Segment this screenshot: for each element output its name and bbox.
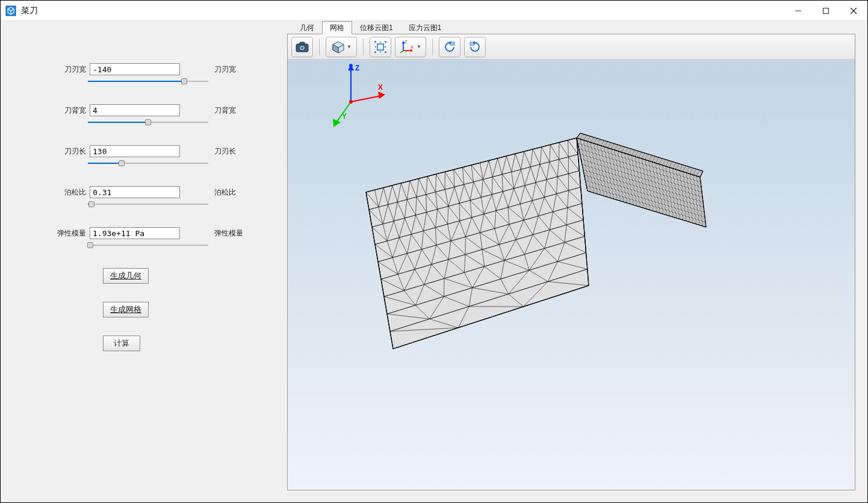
tabs: 几何网格位移云图1应力云图1	[292, 21, 855, 34]
svg-text:Z: Z	[405, 40, 408, 44]
close-button[interactable]	[840, 1, 867, 21]
param-input-0[interactable]	[90, 63, 180, 75]
toolbar-separator	[432, 39, 433, 55]
svg-line-964	[351, 96, 381, 102]
param-row: 刀刃宽刀刃宽	[55, 63, 263, 75]
toolbar-separator	[319, 39, 320, 55]
param-label-right: 刀刃宽	[214, 64, 236, 75]
param-slider[interactable]	[88, 201, 208, 209]
tab-0[interactable]: 几何	[292, 21, 322, 34]
param-label: 泊松比	[55, 187, 86, 198]
svg-marker-22	[366, 138, 589, 349]
param-label: 刀刃长	[55, 146, 86, 157]
button-stack: 生成几何 生成网格 计算	[103, 268, 263, 351]
svg-point-8	[301, 46, 303, 49]
axis-triad-button[interactable]: Z X Y ▼	[395, 37, 426, 57]
app-icon	[5, 5, 16, 16]
maximize-button[interactable]	[812, 1, 840, 21]
svg-marker-965	[378, 92, 385, 99]
tab-3[interactable]: 应力云图1	[401, 21, 450, 34]
window-controls	[784, 1, 867, 21]
param-slider[interactable]	[88, 160, 208, 168]
svg-text:Y: Y	[342, 112, 347, 120]
svg-marker-14	[411, 49, 413, 52]
param-label-right: 刀背宽	[214, 105, 236, 116]
svg-text:X: X	[411, 45, 414, 49]
dropdown-arrow-icon: ▼	[347, 44, 352, 49]
viewer-frame: ▼ Z	[287, 34, 855, 490]
sidebar: 刀刃宽刀刃宽刀背宽刀背宽刀刃长刀刃长泊松比泊松比弹性模量弹性模量 生成几何 生成…	[1, 21, 287, 502]
param-label-right: 刀刃长	[214, 146, 236, 157]
svg-text:Y: Y	[405, 49, 408, 54]
svg-point-970	[349, 100, 353, 104]
viewer-toolbar: ▼ Z	[288, 34, 855, 60]
axis-triad: Z X Y	[318, 60, 390, 132]
content-area: 刀刃宽刀刃宽刀背宽刀背宽刀刃长刀刃长泊松比泊松比弹性模量弹性模量 生成几何 生成…	[1, 21, 867, 502]
param-row: 泊松比泊松比	[55, 186, 263, 198]
svg-rect-19	[451, 42, 454, 45]
param-row: 刀刃长刀刃长	[55, 145, 263, 157]
view-cube-button[interactable]: ▼	[326, 37, 357, 57]
param-input-2[interactable]	[90, 145, 180, 157]
svg-rect-9	[377, 44, 383, 50]
generate-geometry-button[interactable]: 生成几何	[103, 268, 149, 284]
compute-button[interactable]: 计算	[103, 336, 140, 351]
dropdown-arrow-icon: ▼	[417, 44, 421, 49]
param-slider[interactable]	[88, 119, 208, 127]
param-slider[interactable]	[88, 78, 208, 86]
param-label: 刀刃宽	[55, 64, 86, 75]
svg-marker-968	[333, 119, 341, 127]
param-input-1[interactable]	[90, 104, 180, 116]
rotate-cw-button[interactable]	[464, 37, 486, 57]
param-input-4[interactable]	[90, 227, 180, 239]
tab-2[interactable]: 位移云图1	[352, 21, 401, 34]
svg-line-16	[400, 51, 403, 53]
screenshot-button[interactable]	[291, 37, 313, 57]
param-row: 刀背宽刀背宽	[55, 104, 263, 116]
svg-rect-21	[470, 42, 474, 45]
param-label: 刀背宽	[55, 105, 86, 116]
app-window: 菜刀 刀刃宽刀刃宽刀背宽刀背宽刀刃长刀刃长泊松比泊松比弹性模量弹性模量 生成几何…	[0, 0, 868, 503]
svg-rect-2	[823, 8, 829, 13]
param-label-right: 泊松比	[214, 187, 236, 198]
param-label-right: 弹性模量	[214, 228, 243, 239]
toolbar-separator	[363, 39, 364, 55]
generate-mesh-button[interactable]: 生成网格	[103, 302, 149, 317]
mesh-viewport[interactable]: Z X Y	[288, 60, 855, 490]
svg-point-962	[349, 64, 353, 67]
svg-text:Z: Z	[355, 64, 359, 72]
param-label: 弹性模量	[55, 228, 86, 239]
minimize-button[interactable]	[784, 1, 812, 21]
window-title: 菜刀	[21, 5, 38, 16]
rotate-ccw-button[interactable]	[439, 37, 460, 57]
param-row: 弹性模量弹性模量	[55, 227, 263, 239]
tab-1[interactable]: 网格	[322, 21, 352, 34]
svg-text:X: X	[378, 83, 383, 92]
fit-view-button[interactable]	[370, 37, 391, 57]
svg-rect-6	[300, 42, 305, 45]
titlebar: 菜刀	[1, 1, 867, 21]
param-input-3[interactable]	[90, 186, 180, 198]
viewer-area: 几何网格位移云图1应力云图1	[287, 21, 867, 502]
param-slider[interactable]	[88, 242, 208, 250]
